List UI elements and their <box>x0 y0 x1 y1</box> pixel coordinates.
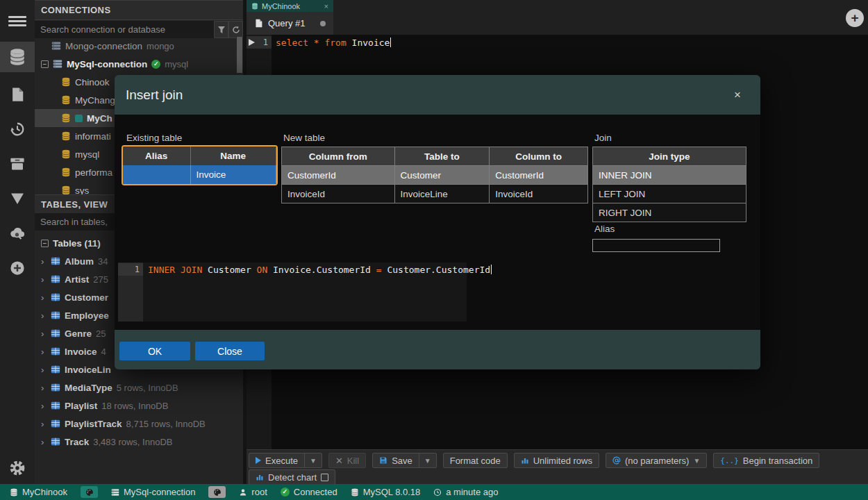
unlimited-rows-button[interactable]: Unlimited rows <box>514 453 599 468</box>
table-icon <box>51 310 60 320</box>
preview-active-line-gutter: 1 <box>118 263 143 276</box>
join-option-label[interactable]: LEFT JOIN <box>593 185 746 203</box>
sidebar-item-database[interactable] <box>0 42 35 72</box>
chevron-right-icon[interactable]: › <box>41 347 47 357</box>
execute-dropdown[interactable]: ▼ <box>304 453 322 467</box>
parameters-button[interactable]: (no parameters)▼ <box>606 453 707 468</box>
database-label: Chinook <box>75 77 110 88</box>
statusbar-database-label: MyChinook <box>22 487 67 497</box>
detect-chart-button[interactable]: Detect chart <box>249 469 335 485</box>
cell-table-to[interactable]: InvoiceLine <box>394 185 490 203</box>
code-line[interactable]: select * from Invoice <box>276 36 391 49</box>
table-icon <box>51 256 60 266</box>
existing-alias-cell[interactable] <box>123 165 190 184</box>
join-option-inner[interactable]: INNER JOIN <box>593 166 746 185</box>
settings-button[interactable] <box>0 453 35 483</box>
detect-chart-checkbox[interactable] <box>321 474 328 481</box>
connection-engine: mysql <box>165 59 188 69</box>
tab-query-1[interactable]: Query #1 <box>247 12 333 35</box>
ok-button[interactable]: OK <box>119 342 190 360</box>
chevron-right-icon[interactable]: › <box>41 274 47 285</box>
join-alias-input[interactable] <box>592 239 720 252</box>
cell-column-to[interactable]: InvoiceId <box>490 185 588 203</box>
join-sql-preview[interactable]: 1 INNER JOIN Customer ON Invoice.Custome… <box>118 262 467 322</box>
cell-column-to[interactable]: CustomerId <box>490 166 588 185</box>
database-group-tab[interactable]: MyChinook × <box>247 0 333 12</box>
collapse-icon[interactable]: − <box>41 60 49 68</box>
new-table-row-invoiceline[interactable]: InvoiceId InvoiceLine InvoiceId <box>282 185 588 203</box>
existing-name-cell[interactable]: Invoice <box>190 165 276 184</box>
menu-button[interactable] <box>0 6 35 36</box>
cell-column-from[interactable]: CustomerId <box>282 166 395 185</box>
archive-icon <box>10 156 25 172</box>
chevron-right-icon[interactable]: › <box>41 328 47 339</box>
scrollbar-thumb[interactable] <box>237 37 242 73</box>
connections-search-input[interactable] <box>35 21 214 38</box>
add-connection-button[interactable] <box>0 253 35 283</box>
database-icon <box>61 185 71 195</box>
chevron-right-icon[interactable]: › <box>41 365 47 375</box>
connections-filter-button[interactable] <box>214 21 228 38</box>
save-button[interactable]: Save <box>373 453 419 467</box>
cell-column-from[interactable]: InvoiceId <box>282 185 395 203</box>
connection-row-mongo[interactable]: Mongo-connection mongo <box>35 37 243 55</box>
add-circle-icon <box>10 260 25 276</box>
chevron-right-icon[interactable]: › <box>41 419 47 429</box>
table-row-track[interactable]: ›Track3,483 rows, InnoDB <box>35 433 243 451</box>
table-detail: 34 <box>98 256 108 267</box>
database-label: informati <box>75 131 111 142</box>
connections-refresh-button[interactable] <box>228 21 243 38</box>
new-table-grid[interactable]: Column from Table to Column to CustomerI… <box>281 147 588 203</box>
sql-identifier: Invoice <box>347 38 390 48</box>
chevron-right-icon[interactable]: › <box>41 401 47 411</box>
chevron-right-icon[interactable]: › <box>41 383 47 393</box>
database-group-tab-label: MyChinook <box>262 2 300 10</box>
close-icon[interactable]: × <box>324 2 328 10</box>
sidebar-item-cloud-search[interactable] <box>0 218 35 249</box>
join-type-grid[interactable]: Join type INNER JOIN LEFT JOIN RIGHT JOI… <box>592 147 746 222</box>
table-row-playlist[interactable]: ›Playlist18 rows, InnoDB <box>35 397 243 415</box>
run-line-icon[interactable] <box>249 39 255 46</box>
new-table-row-customer[interactable]: CustomerId Customer CustomerId <box>282 166 588 185</box>
database-color-button[interactable] <box>81 486 98 498</box>
table-name: PlaylistTrack <box>65 419 122 429</box>
sql-identifier: Customer.CustomerId <box>382 265 491 275</box>
modal-close-icon[interactable]: × <box>734 88 741 102</box>
chevron-right-icon[interactable]: › <box>41 437 47 447</box>
join-option-label[interactable]: INNER JOIN <box>593 166 746 185</box>
chevron-right-icon[interactable]: › <box>41 292 47 303</box>
join-type-header: Join type <box>593 147 746 166</box>
begin-transaction-button[interactable]: {..}Begin transaction <box>713 453 819 468</box>
join-option-left[interactable]: LEFT JOIN <box>593 185 746 203</box>
file-icon <box>10 87 25 102</box>
cell-table-to[interactable]: Customer <box>394 166 490 185</box>
existing-table-grid[interactable]: Alias Name Invoice <box>122 145 278 185</box>
new-tab-button[interactable]: + <box>846 9 864 27</box>
table-row-playlisttrack[interactable]: ›PlaylistTrack8,715 rows, InnoDB <box>35 415 243 433</box>
table-icon <box>51 347 60 356</box>
database-icon <box>61 167 71 177</box>
table-icon <box>51 292 60 302</box>
connected-check-icon: ✓ <box>281 488 290 497</box>
collapse-icon[interactable]: − <box>41 240 49 247</box>
sidebar-item-history[interactable] <box>0 114 35 144</box>
connection-row-mysql[interactable]: − MySql-connection ✓ mysql <box>35 55 243 73</box>
braces-icon: {..} <box>720 456 739 465</box>
connection-color-button[interactable] <box>208 486 226 498</box>
statusbar-version-label: MySQL 8.0.18 <box>363 487 421 497</box>
existing-table-selected-row[interactable]: Invoice <box>123 165 276 184</box>
execute-button[interactable]: Execute <box>249 453 304 467</box>
chevron-right-icon[interactable]: › <box>41 310 47 321</box>
table-row-mediatype[interactable]: ›MediaType5 rows, InnoDB <box>35 378 243 397</box>
close-button[interactable]: Close <box>195 342 265 360</box>
join-option-right[interactable]: RIGHT JOIN <box>593 203 746 222</box>
chevron-right-icon[interactable]: › <box>41 256 47 267</box>
sidebar-item-files[interactable] <box>0 79 35 110</box>
sidebar-item-filters[interactable] <box>0 183 35 214</box>
join-option-label[interactable]: RIGHT JOIN <box>593 203 746 222</box>
rows-icon <box>521 456 529 465</box>
kill-button[interactable]: ✕Kill <box>328 453 366 468</box>
format-code-button[interactable]: Format code <box>443 453 508 468</box>
sidebar-item-archive[interactable] <box>0 149 35 179</box>
save-dropdown[interactable]: ▼ <box>419 453 436 467</box>
